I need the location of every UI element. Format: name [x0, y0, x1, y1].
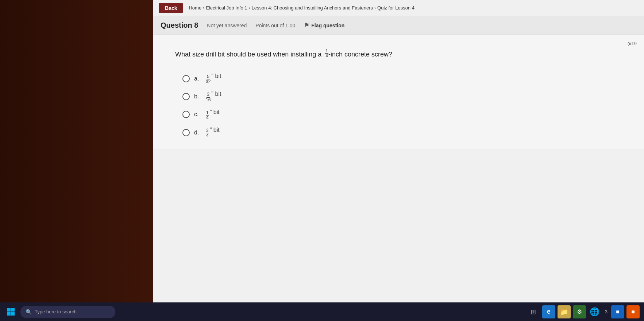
system-icon-1[interactable]: ⚙	[573, 305, 586, 318]
opt-b-num: 3	[207, 92, 210, 97]
breadcrumb-sep-3: ›	[374, 5, 376, 11]
question-id: (id:9	[628, 41, 637, 46]
question-text-suffix: -inch concrete screw?	[328, 51, 392, 58]
svg-rect-1	[11, 308, 15, 312]
radio-a[interactable]	[182, 75, 190, 82]
option-b-fraction: 3 16	[206, 92, 211, 102]
breadcrumb: Home › Electrical Job Info 1 › Lesson 4:…	[189, 5, 414, 11]
answer-options: a. 5 32 " bit b. 3 16 " bit	[175, 73, 629, 138]
option-c[interactable]: c. 1 4 " bit	[182, 109, 629, 120]
opt-a-num: 5	[207, 74, 210, 79]
opt-c-suffix: " bit	[210, 109, 220, 116]
edge-icon[interactable]: e	[542, 305, 555, 318]
opt-c-den: 4	[206, 116, 209, 120]
option-a-fraction: 5 32	[206, 74, 211, 84]
taskbar-search[interactable]: 🔍 Type here to search	[20, 306, 115, 318]
question-header: Question 8 Not yet answered Points out o…	[153, 16, 644, 35]
fraction-denominator: 4	[325, 54, 328, 58]
svg-rect-2	[7, 312, 11, 316]
option-a-letter: a.	[194, 75, 201, 82]
radio-c[interactable]	[182, 111, 190, 118]
opt-b-suffix: " bit	[211, 91, 221, 97]
blue-app-icon[interactable]: ■	[611, 305, 624, 318]
opt-c-num: 1	[206, 110, 209, 116]
taskbar-icons: ⊞ e 📁 ⚙ 🌐 3 ■ ■	[527, 305, 640, 318]
radio-b[interactable]	[182, 93, 190, 100]
question-number: Question 8	[161, 21, 198, 30]
taskview-icon[interactable]: ⊞	[527, 305, 540, 318]
opt-b-den: 16	[206, 98, 211, 102]
top-nav: Back Home › Electrical Job Info 1 › Less…	[153, 0, 644, 16]
option-c-text: 1 4 " bit	[206, 109, 220, 120]
radio-d[interactable]	[182, 129, 190, 136]
option-b-text: 3 16 " bit	[206, 91, 221, 102]
question-fraction: 1 4	[325, 48, 328, 58]
flag-label: Flag question	[311, 23, 344, 28]
flag-question-button[interactable]: ⚑ Flag question	[304, 22, 344, 29]
svg-rect-0	[7, 308, 11, 312]
question-text-prefix: What size drill bit should be used when …	[175, 51, 321, 58]
opt-a-suffix: " bit	[211, 73, 221, 79]
option-b-letter: b.	[194, 93, 201, 100]
left-sidebar	[0, 0, 153, 321]
file-explorer-icon[interactable]: 📁	[558, 305, 571, 318]
option-d-fraction: 3 4	[206, 128, 209, 138]
option-a[interactable]: a. 5 32 " bit	[182, 73, 629, 84]
option-c-fraction: 1 4	[206, 110, 209, 120]
main-content: Back Home › Electrical Job Info 1 › Less…	[153, 0, 644, 302]
svg-rect-3	[11, 312, 15, 316]
option-b[interactable]: b. 3 16 " bit	[182, 91, 629, 102]
search-text: Type here to search	[35, 309, 77, 314]
question-body: (id:9 What size drill bit should be used…	[153, 35, 644, 149]
breadcrumb-lesson[interactable]: Lesson 4: Choosing and Installing Anchor…	[252, 5, 373, 11]
opt-a-den: 32	[206, 79, 211, 84]
opt-d-suffix: " bit	[210, 127, 220, 133]
taskbar: 🔍 Type here to search ⊞ e 📁 ⚙ 🌐 3 ■	[0, 302, 644, 321]
search-icon: 🔍	[26, 309, 32, 315]
status-badge: Not yet answered	[207, 23, 247, 28]
breadcrumb-sep-1: ›	[203, 5, 204, 11]
orange-app-icon[interactable]: ■	[626, 305, 640, 318]
option-d[interactable]: d. 3 4 " bit	[182, 127, 629, 138]
start-button[interactable]	[4, 305, 18, 318]
option-c-letter: c.	[194, 111, 201, 118]
breadcrumb-sep-2: ›	[249, 5, 250, 11]
breadcrumb-elec[interactable]: Electrical Job Info 1	[206, 5, 247, 11]
points-badge: Points out of 1.00	[255, 23, 295, 28]
question-text: What size drill bit should be used when …	[175, 50, 629, 60]
chrome-icon[interactable]: 🌐	[588, 305, 601, 318]
taskbar-badge: 3	[603, 309, 609, 314]
breadcrumb-home[interactable]: Home	[189, 5, 201, 11]
flag-icon: ⚑	[304, 22, 309, 29]
opt-d-num: 3	[206, 128, 209, 133]
option-d-letter: d.	[194, 129, 201, 136]
opt-d-den: 4	[206, 133, 209, 138]
option-a-text: 5 32 " bit	[206, 73, 221, 84]
breadcrumb-quiz[interactable]: Quiz for Lesson 4	[377, 5, 414, 11]
option-d-text: 3 4 " bit	[206, 127, 220, 138]
fraction-numerator: 1	[325, 48, 328, 54]
back-button[interactable]: Back	[159, 3, 183, 13]
windows-icon	[7, 308, 15, 316]
